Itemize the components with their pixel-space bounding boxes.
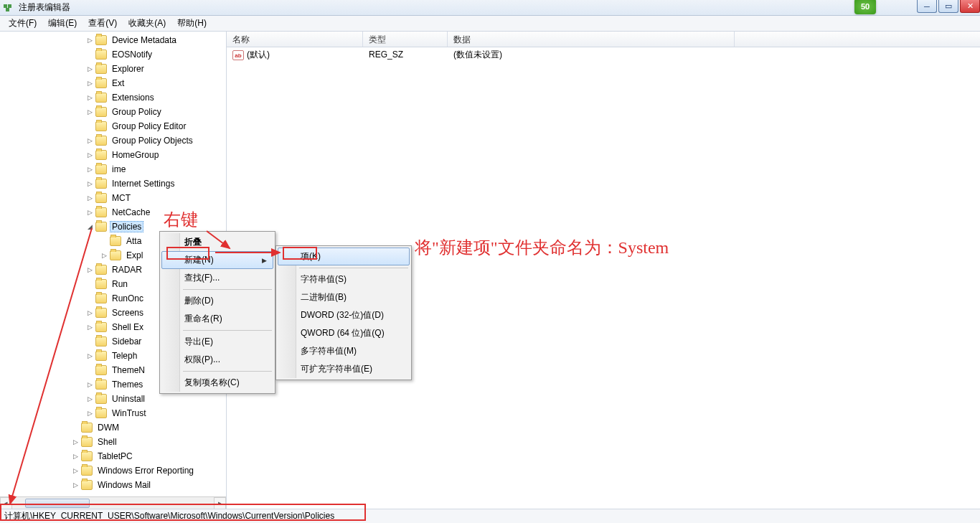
tree-item-label: Windows Mail	[95, 479, 153, 491]
scroll-left-arrow-icon[interactable]: ◂	[0, 497, 12, 509]
expand-icon[interactable]: ▷	[86, 65, 94, 73]
tree-horizontal-scrollbar[interactable]: ◂ ▸	[0, 496, 226, 509]
tree-item[interactable]: ▷Uninstall	[0, 392, 226, 406]
expand-icon[interactable]: ▷	[72, 438, 80, 446]
scroll-thumb[interactable]	[25, 499, 90, 508]
list-body[interactable]: ab(默认)REG_SZ(数值未设置)	[227, 47, 980, 62]
tree-item[interactable]: ▷Ext	[0, 76, 226, 90]
context-menu-item[interactable]: 新建(N)▶	[161, 251, 273, 269]
tree-item[interactable]: ▷Group Policy	[0, 105, 226, 119]
tree-item[interactable]: ▷Shell	[0, 435, 226, 449]
tree-item[interactable]: ▷Group Policy Objects	[0, 133, 226, 148]
maximize-button[interactable]: ▭	[938, 0, 958, 13]
tree-item[interactable]: ▷Explorer	[0, 62, 226, 76]
expand-icon[interactable]: ▷	[86, 80, 94, 88]
folder-icon	[95, 322, 107, 332]
tree-item[interactable]: ▷Device Metadata	[0, 33, 226, 47]
column-header[interactable]: 名称	[227, 32, 363, 47]
context-menu-main[interactable]: 折叠新建(N)▶查找(F)...删除(D)重命名(R)导出(E)权限(P)...…	[159, 231, 275, 394]
folder-icon	[95, 394, 107, 404]
tree-item[interactable]: ▷TabletPC	[0, 449, 226, 463]
tree-item[interactable]: DWM	[0, 420, 226, 435]
folder-icon	[95, 136, 107, 146]
tree-item-label: Expl	[124, 250, 145, 261]
tree-item-label: Shell	[95, 436, 119, 448]
folder-icon	[95, 107, 107, 117]
folder-icon	[95, 121, 107, 131]
context-menu-item[interactable]: 折叠	[161, 233, 273, 251]
tree-item-label: WinTrust	[110, 407, 149, 419]
column-header[interactable]: 数据	[448, 32, 735, 47]
expand-icon[interactable]: ▷	[86, 108, 94, 116]
expand-icon[interactable]: ▷	[86, 37, 94, 44]
svg-rect-0	[4, 4, 7, 8]
expand-icon[interactable]: ▷	[86, 266, 94, 274]
tree-item[interactable]: ▷HomeGroup	[0, 148, 226, 162]
tree-item[interactable]: ▷Extensions	[0, 90, 226, 105]
menu-item[interactable]: 文件(F)	[3, 16, 42, 31]
context-menu-item[interactable]: DWORD (32-位)值(D)	[278, 306, 410, 324]
context-menu-item[interactable]: 可扩充字符串值(E)	[278, 360, 410, 378]
context-menu-item[interactable]: 字符串值(S)	[278, 270, 410, 288]
annotation-instruction: 将"新建项"文件夹命名为：System	[415, 236, 669, 259]
tree-item[interactable]: Group Policy Editor	[0, 119, 226, 133]
tree-item-label: Sidebar	[110, 336, 143, 347]
column-header[interactable]: 类型	[363, 32, 448, 47]
context-menu-item[interactable]: 查找(F)...	[161, 269, 273, 287]
string-value-icon: ab	[232, 50, 244, 60]
expand-icon[interactable]: ▷	[72, 467, 80, 475]
expand-icon[interactable]: ▷	[86, 324, 94, 331]
tree-item[interactable]: ▷Windows Error Reporting	[0, 463, 226, 478]
context-menu-item[interactable]: 重命名(R)	[161, 310, 273, 328]
scroll-right-arrow-icon[interactable]: ▸	[214, 497, 226, 509]
tree-item[interactable]: ▷ime	[0, 162, 226, 176]
folder-icon	[95, 279, 107, 289]
context-menu-new[interactable]: 项(K)字符串值(S)二进制值(B)DWORD (32-位)值(D)QWORD …	[275, 245, 412, 380]
tree-item[interactable]: ▷WinTrust	[0, 406, 226, 420]
context-menu-item[interactable]: 复制项名称(C)	[161, 374, 273, 392]
context-menu-item[interactable]: 导出(E)	[161, 333, 273, 351]
menu-item[interactable]: 收藏夹(A)	[123, 16, 171, 31]
context-menu-item[interactable]: 项(K)	[278, 248, 410, 265]
context-menu-item[interactable]: 权限(P)...	[161, 351, 273, 369]
expand-icon[interactable]: ▷	[100, 252, 108, 260]
expand-icon[interactable]: ▷	[86, 209, 94, 217]
no-toggle	[86, 338, 94, 346]
context-menu-item[interactable]: QWORD (64 位)值(Q)	[278, 324, 410, 342]
context-menu-item[interactable]: 删除(D)	[161, 292, 273, 310]
expand-icon[interactable]: ▷	[86, 94, 94, 102]
app-icon	[3, 2, 14, 14]
expand-icon[interactable]: ▷	[86, 151, 94, 159]
tree-item-label: Explorer	[110, 63, 146, 75]
expand-icon[interactable]: ▷	[86, 381, 94, 389]
expand-icon[interactable]: ▷	[86, 395, 94, 403]
context-menu-item[interactable]: 二进制值(B)	[278, 288, 410, 306]
expand-icon[interactable]: ▷	[86, 180, 94, 188]
minimize-button[interactable]: ─	[917, 0, 937, 13]
menu-item[interactable]: 编辑(E)	[42, 16, 83, 31]
expand-icon[interactable]: ▷	[86, 194, 94, 202]
folder-icon	[95, 336, 107, 347]
expand-icon[interactable]: ▷	[72, 481, 80, 489]
value-data: (数值未设置)	[448, 47, 508, 62]
no-toggle	[86, 281, 94, 288]
tree-item[interactable]: ▷Internet Settings	[0, 176, 226, 191]
tree-item[interactable]: EOSNotify	[0, 47, 226, 62]
expand-icon[interactable]: ▷	[72, 453, 80, 461]
no-toggle	[72, 424, 80, 432]
list-row[interactable]: ab(默认)REG_SZ(数值未设置)	[227, 47, 980, 62]
menu-item[interactable]: 帮助(H)	[171, 16, 212, 31]
folder-icon	[110, 236, 121, 246]
expand-icon[interactable]: ▷	[86, 352, 94, 360]
expand-icon[interactable]: ▷	[86, 410, 94, 418]
tree-item[interactable]: ▷Windows Mail	[0, 478, 226, 492]
tree-item[interactable]: ▷MCT	[0, 191, 226, 205]
context-menu-item[interactable]: 多字符串值(M)	[278, 342, 410, 360]
collapse-icon[interactable]: ◢	[86, 223, 94, 231]
expand-icon[interactable]: ▷	[86, 137, 94, 145]
expand-icon[interactable]: ▷	[86, 166, 94, 174]
menu-separator	[183, 330, 272, 331]
expand-icon[interactable]: ▷	[86, 309, 94, 317]
close-button[interactable]: ✕	[960, 0, 980, 13]
menu-item[interactable]: 查看(V)	[83, 16, 123, 31]
